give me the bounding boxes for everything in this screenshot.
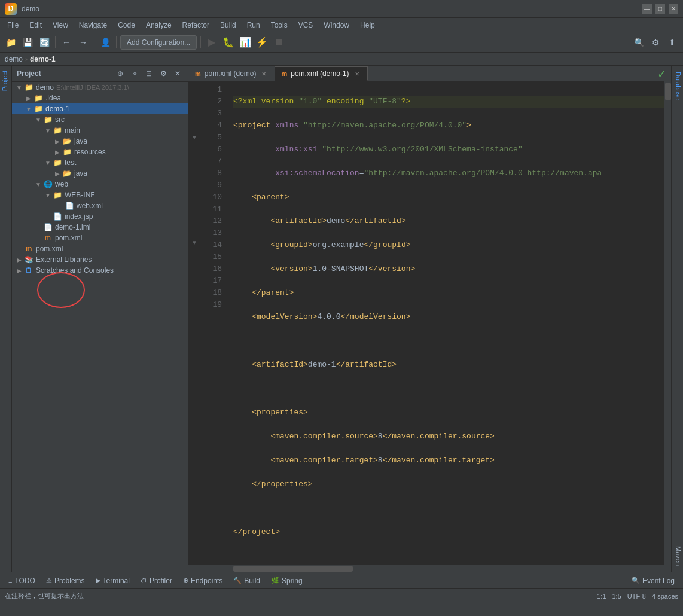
gutter-line-12 <box>188 215 200 227</box>
bottom-tab-profiler[interactable]: ⏱ Profiler <box>136 574 177 587</box>
menu-edit[interactable]: Edit <box>25 20 47 31</box>
tab-close-pom-demo1[interactable]: ✕ <box>353 69 361 78</box>
back-button[interactable]: ← <box>59 35 74 50</box>
ln-11: 11 <box>200 203 227 215</box>
bottom-tab-spring[interactable]: 🌿 Spring <box>266 574 307 587</box>
code-content[interactable]: <?xml version="1.0" encoding="UTF-8"?> <… <box>227 81 664 565</box>
menu-file[interactable]: File <box>2 20 23 31</box>
tab-pom-demo[interactable]: m pom.xml (demo) ✕ <box>188 66 275 81</box>
bottom-tab-todo[interactable]: ≡ TODO <box>4 574 40 587</box>
collapse-all-button[interactable]: ⊟ <box>144 68 154 79</box>
menu-help[interactable]: Help <box>355 20 380 31</box>
coverage-button[interactable]: 📊 <box>238 35 252 50</box>
expand-idea[interactable]: ▶ <box>24 93 33 103</box>
settings-button[interactable]: ⚙ <box>648 35 663 50</box>
tree-item-idea[interactable]: ▶ 📁 .idea <box>12 93 188 103</box>
search-button[interactable]: 🔍 <box>632 35 646 50</box>
expand-resources[interactable]: ▶ <box>53 147 62 157</box>
hide-panel-button[interactable]: ✕ <box>172 68 183 79</box>
bottom-tab-build[interactable]: 🔨 Build <box>228 574 265 587</box>
bottom-tab-problems[interactable]: ⚠ Problems <box>41 574 90 587</box>
tree-item-src[interactable]: ▼ 📁 src <box>12 114 188 125</box>
vertical-scrollbar[interactable] <box>664 81 671 565</box>
minimize-button[interactable]: — <box>642 4 652 14</box>
debug-button[interactable]: 🐛 <box>221 35 236 50</box>
expand-main[interactable]: ▼ <box>43 126 53 135</box>
bottom-tab-endpoints[interactable]: ⊕ Endpoints <box>178 574 227 587</box>
expand-src[interactable]: ▼ <box>33 115 43 124</box>
update-button[interactable]: ⬆ <box>665 35 679 50</box>
menu-bar: File Edit View Navigate Code Analyze Ref… <box>0 18 683 32</box>
menu-run[interactable]: Run <box>242 20 265 31</box>
tree-item-scratches[interactable]: ▶ 🗒 Scratches and Consoles <box>12 265 188 276</box>
expand-webinf[interactable]: ▼ <box>43 190 53 200</box>
status-position: 1:1 <box>597 593 606 600</box>
menu-build[interactable]: Build <box>215 20 241 31</box>
tree-label-java-test: java <box>74 169 87 178</box>
close-button[interactable]: ✕ <box>669 4 678 14</box>
tab-pom-demo1[interactable]: m pom.xml (demo-1) ✕ <box>275 66 367 81</box>
status-spaces: 4 spaces <box>652 593 678 600</box>
menu-analyze[interactable]: Analyze <box>141 20 176 31</box>
tree-item-resources[interactable]: ▶ 📁 resources <box>12 147 188 157</box>
tree-item-main[interactable]: ▼ 📁 main <box>12 125 188 136</box>
gutter-line-3 <box>188 108 200 120</box>
breadcrumb-demo1[interactable]: demo-1 <box>30 55 56 63</box>
menu-window[interactable]: Window <box>319 20 354 31</box>
tree-item-indexjsp[interactable]: 📄 index.jsp <box>12 211 188 222</box>
expand-test[interactable]: ▼ <box>43 158 53 167</box>
tree-item-java-main[interactable]: ▶ 📂 java <box>12 136 188 147</box>
tree-item-web[interactable]: ▼ 🌐 web <box>12 179 188 190</box>
toolbar-separator-4 <box>200 36 201 48</box>
menu-tools[interactable]: Tools <box>266 20 292 31</box>
eventlog-label: Event Log <box>642 577 675 585</box>
right-tab-database[interactable]: Database <box>672 66 683 106</box>
sync-button[interactable]: 🔄 <box>37 35 51 50</box>
right-tab-maven[interactable]: Maven <box>672 540 683 572</box>
tab-close-pom-demo[interactable]: ✕ <box>260 69 268 78</box>
tree-item-test[interactable]: ▼ 📁 test <box>12 157 188 168</box>
add-configuration-button[interactable]: Add Configuration... <box>120 35 197 50</box>
menu-refactor[interactable]: Refactor <box>178 20 214 31</box>
expand-java-main[interactable]: ▶ <box>53 136 62 146</box>
menu-navigate[interactable]: Navigate <box>74 20 112 31</box>
tree-item-pomxml-root[interactable]: m pom.xml <box>12 243 188 254</box>
tree-item-pomxml-demo1[interactable]: m pom.xml <box>12 233 188 243</box>
folder-icon-src: 📁 <box>43 115 53 124</box>
tree-item-demo1iml[interactable]: 📄 demo-1.iml <box>12 222 188 233</box>
forward-button[interactable]: → <box>76 35 90 50</box>
scroll-from-source-button[interactable]: ⌖ <box>129 68 140 79</box>
run-button[interactable]: ▶ <box>205 35 219 50</box>
expand-scratches[interactable]: ▶ <box>14 266 24 275</box>
menu-vcs[interactable]: VCS <box>294 20 318 31</box>
breadcrumb-demo[interactable]: demo <box>5 55 23 63</box>
expand-external-libs[interactable]: ▶ <box>14 255 24 264</box>
tree-item-demo[interactable]: ▼ 📁 demo E:\IntelliJ IDEA 2017.3.1\ <box>12 82 188 93</box>
stop-button[interactable]: ⏹ <box>272 35 286 50</box>
expand-demo1[interactable]: ▼ <box>24 104 33 114</box>
tree-item-webxml[interactable]: 📄 web.xml <box>12 200 188 211</box>
expand-demo[interactable]: ▼ <box>14 83 24 92</box>
menu-view[interactable]: View <box>48 20 73 31</box>
menu-code[interactable]: Code <box>113 20 140 31</box>
maximize-button[interactable]: □ <box>655 4 665 14</box>
horizontal-scrollbar[interactable] <box>227 565 671 572</box>
bottom-tab-eventlog[interactable]: 🔍 Event Log <box>627 574 679 587</box>
profile-button[interactable]: 👤 <box>98 35 112 50</box>
maven-icon-pomxml-root: m <box>24 244 33 254</box>
bottom-tab-terminal[interactable]: ▶ Terminal <box>91 574 135 587</box>
ln-18: 18 <box>200 287 227 299</box>
tree-item-external-libs[interactable]: ▶ 📚 External Libraries <box>12 254 188 265</box>
save-button[interactable]: 💾 <box>20 35 35 50</box>
expand-web[interactable]: ▼ <box>33 179 43 189</box>
add-content-button[interactable]: ⊕ <box>115 68 126 79</box>
tree-item-webinf[interactable]: ▼ 📁 WEB-INF <box>12 190 188 200</box>
project-settings-button[interactable]: ⚙ <box>158 68 169 79</box>
tab-label-pom-demo1: pom.xml (demo-1) <box>291 69 349 78</box>
tree-item-java-test[interactable]: ▶ 📂 java <box>12 168 188 179</box>
open-file-button[interactable]: 📁 <box>4 35 18 50</box>
profile-run-button[interactable]: ⚡ <box>255 35 269 50</box>
expand-java-test[interactable]: ▶ <box>53 169 62 178</box>
tree-item-demo1[interactable]: ▼ 📁 demo-1 <box>12 103 188 114</box>
project-tab-vertical[interactable]: Project <box>0 66 11 96</box>
